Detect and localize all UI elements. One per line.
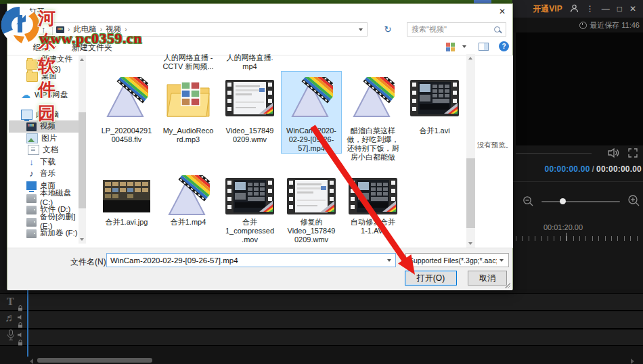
horizontal-scrollbar-thumb[interactable] [37, 358, 152, 363]
search-placeholder: 搜索"视频" [412, 24, 447, 35]
file-name: 合并1.avi [405, 127, 464, 135]
sidebar-item-drive[interactable]: 新加卷 (F:) [9, 227, 79, 240]
file-item[interactable]: 合并1_compressed.mov [220, 177, 280, 244]
scroll-right-icon[interactable] [631, 359, 634, 364]
breadcrumb-current[interactable]: 视频 [106, 24, 121, 35]
file-item[interactable]: 修复的Video_1578490209.wmv [282, 177, 341, 244]
sidebar-item-download[interactable]: ↓下载 [9, 156, 79, 168]
sidebar-item-drive[interactable]: 备份[勿删] (E:) [9, 215, 79, 227]
vip-button[interactable]: 开通VIP [533, 3, 562, 15]
user-icon[interactable] [570, 4, 579, 14]
zoom-slider-handle[interactable] [560, 198, 566, 204]
filename-input[interactable]: WinCam-2020-02-29-[09-26-57].mp4 [106, 253, 396, 267]
music-track[interactable] [0, 311, 643, 329]
file-name: 醋溜白菜这样做，好吃到爆，还特别下饭，厨房小白都能做 [343, 127, 403, 162]
refresh-icon[interactable]: ↻ [381, 22, 395, 37]
file-item[interactable]: WinCam-2020-02-29-[09-26-57].mp4 [282, 72, 341, 153]
filename-label: 文件名(N): [70, 256, 108, 268]
file-name-partial: 人的网络直播 -CCTV 新闻频... [158, 53, 218, 71]
organize-button[interactable]: 组织 [33, 42, 56, 53]
sidebar-item-folder[interactable]: 新建文件夹 (3) [9, 58, 79, 70]
sidebar-item-document[interactable]: 文档 [9, 144, 79, 156]
search-icon[interactable] [494, 26, 500, 32]
file-item[interactable]: 合并1.avi [405, 72, 464, 135]
address-dropdown-icon[interactable] [359, 28, 363, 31]
film-light-icon [223, 72, 277, 124]
dialog-close-icon[interactable]: ✕ [496, 6, 508, 17]
file-name: LP_20200429100458.flv [97, 127, 156, 144]
sidebar-item-label: 视频 [40, 121, 56, 131]
microphone-track-icon [7, 329, 15, 344]
file-item[interactable]: LP_20200429100458.flv [97, 72, 156, 144]
dialog-sidebar: 新建文件夹 (3)桌面☁WPS网盘此电脑视频图片文档↓下载♪音乐桌面本地磁盘 (… [9, 58, 79, 239]
sidebar-scrollbar[interactable] [79, 55, 86, 244]
scroll-down-icon[interactable] [468, 242, 472, 245]
back-icon[interactable]: ← [14, 24, 23, 35]
help-icon[interactable]: ? [499, 41, 509, 51]
maximize-icon[interactable]: □ [617, 5, 622, 13]
playhead[interactable] [27, 290, 28, 357]
zoom-in-icon[interactable] [627, 194, 640, 210]
file-item[interactable]: 合并1.avi.jpg [97, 177, 156, 227]
view-mode-dropdown-icon[interactable] [462, 45, 466, 48]
sidebar-scrollbar-thumb[interactable] [79, 112, 86, 208]
zoom-slider-track[interactable] [541, 201, 620, 202]
sidebar-item-music[interactable]: ♪音乐 [9, 168, 79, 180]
scroll-up-icon[interactable] [80, 58, 84, 61]
no-preview-text: 没有预览。 [476, 141, 513, 150]
sidebar-item-drive[interactable]: 本地磁盘 (C:) [9, 191, 79, 204]
filetype-dropdown-icon[interactable] [500, 259, 504, 262]
drive-icon [26, 229, 37, 238]
filename-dropdown-icon[interactable] [387, 259, 391, 262]
fullscreen-icon[interactable] [628, 148, 638, 160]
voice-track[interactable] [0, 329, 643, 346]
preview-pane: 没有预览。 [476, 55, 513, 248]
scroll-left-icon[interactable] [30, 359, 33, 364]
cone-icon [284, 72, 338, 124]
kebab-menu-icon[interactable]: ⋮ [586, 5, 594, 13]
breadcrumb-separator: › [64, 26, 73, 33]
file-item[interactable]: 自动修复合并1-1.AVI [343, 177, 403, 235]
sidebar-item-picture[interactable]: 图片 [9, 133, 79, 145]
timeline-ruler[interactable] [516, 233, 642, 241]
minimize-icon[interactable]: — [602, 5, 610, 13]
cancel-button[interactable]: 取消 [468, 271, 507, 286]
file-item[interactable]: My_AudioRecord.mp3 [158, 72, 218, 144]
clock-icon [579, 22, 587, 29]
sidebar-item-video[interactable]: 视频 [9, 120, 79, 133]
sidebar-item-cloud[interactable]: ☁WPS网盘 [9, 89, 79, 101]
file-list-scrollbar[interactable] [466, 54, 475, 248]
resize-grip[interactable] [504, 282, 510, 288]
file-name: 自动修复合并1-1.AVI [343, 218, 403, 235]
timeline-ruler-label: 00:01:20.00 [516, 223, 611, 231]
zoom-out-icon[interactable] [523, 196, 534, 210]
sidebar-item-computer[interactable]: 此电脑 [9, 109, 79, 121]
file-list-scrollbar-thumb[interactable] [466, 158, 475, 228]
scroll-up-icon[interactable] [468, 57, 472, 60]
forward-icon[interactable]: → [26, 24, 35, 35]
file-item[interactable]: 合并1.mp4 [158, 177, 218, 227]
dialog-title: 打开 [29, 7, 45, 17]
file-item[interactable]: 醋溜白菜这样做，好吃到爆，还特别下饭，厨房小白都能做 [343, 72, 403, 162]
scroll-down-icon[interactable] [80, 238, 84, 241]
address-bar[interactable]: › 此电脑 › 视频 › [52, 22, 368, 37]
film-dark-icon [346, 177, 400, 216]
search-input[interactable]: 搜索"视频" [407, 22, 506, 37]
lock-icon[interactable] [18, 336, 23, 348]
drive-icon [26, 218, 37, 227]
view-mode-icon[interactable] [446, 43, 455, 51]
time-separator: / [590, 164, 597, 174]
new-folder-button[interactable]: 新建文件夹 [72, 42, 112, 53]
breadcrumb-root[interactable]: 此电脑 [73, 24, 97, 35]
filetype-select[interactable]: Supported Files(*.3gp;*.aac;* [405, 253, 509, 267]
text-track[interactable] [0, 293, 643, 311]
preview-pane-icon[interactable] [479, 43, 489, 51]
sidebar-item-label: 文档 [43, 145, 58, 155]
open-button[interactable]: 打开(O) [405, 271, 457, 286]
file-item[interactable]: Video_1578490209.wmv [220, 72, 280, 144]
nav-up-icon[interactable]: ↑ [41, 24, 46, 35]
file-name: 合并1_compressed.mov [220, 218, 280, 244]
close-icon[interactable]: ✕ [629, 5, 636, 13]
filename-value: WinCam-2020-02-29-[09-26-57].mp4 [110, 256, 238, 265]
volume-icon[interactable] [608, 147, 620, 161]
